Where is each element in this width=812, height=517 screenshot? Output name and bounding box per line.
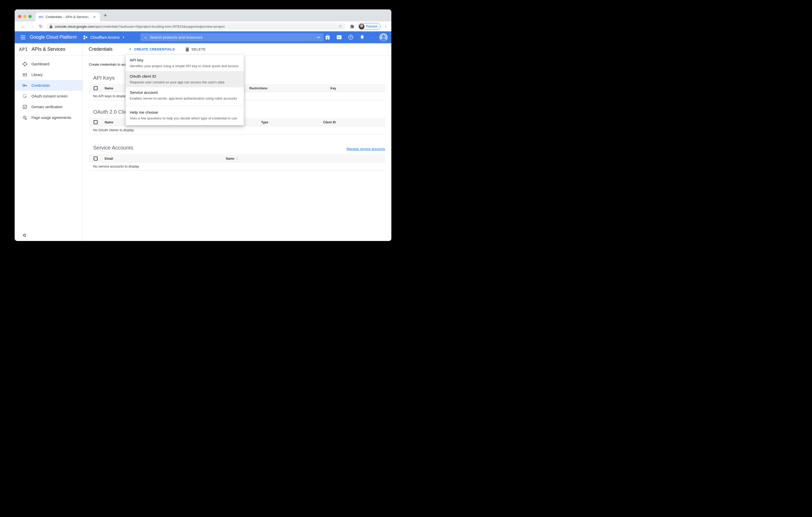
gcp-header-actions: ? <box>325 31 388 43</box>
browser-navbar: ← → ↻ console.cloud.google.com/apis/cred… <box>14 22 392 31</box>
tab-favicon-api-icon: API <box>39 16 44 19</box>
sidebar-item-oauth-consent-screen[interactable]: OAuth consent screen <box>14 91 82 101</box>
sidebar-item-dashboard[interactable]: Dashboard <box>14 59 82 69</box>
project-hexagons-icon <box>83 35 88 40</box>
sidebar-item-label: Domain verification <box>31 105 62 109</box>
menu-item-oauth-client-id[interactable]: OAuth client ID Requests user consent so… <box>125 71 244 87</box>
notifications-bell-icon[interactable] <box>360 35 365 40</box>
menu-item-help-me-choose[interactable]: Help me choose Asks a few questions to h… <box>125 105 244 125</box>
browser-menu-icon[interactable]: ⋮ <box>384 24 388 29</box>
url-text: console.cloud.google.com/apis/credential… <box>55 25 337 29</box>
column-header-name[interactable]: Name <box>105 118 113 126</box>
bookmark-star-icon[interactable]: ☆ <box>339 24 342 29</box>
select-all-checkbox[interactable] <box>94 86 97 90</box>
sidebar-item-label: Page usage agreements <box>31 116 71 120</box>
window-minimize-button[interactable] <box>23 15 26 18</box>
oauth-clients-empty-state: No OAuth clients to display <box>89 126 385 134</box>
sidebar-item-label: Dashboard <box>31 62 50 66</box>
column-header-name[interactable]: Name <box>105 84 113 92</box>
service-accounts-heading-row: Service Accounts Manage service accounts <box>89 145 385 151</box>
delete-label: DELETE <box>192 47 206 51</box>
service-accounts-heading: Service Accounts <box>93 145 133 151</box>
column-header-key[interactable]: Key <box>330 84 336 92</box>
menu-item-description: Identifies your project using a simple A… <box>130 64 240 68</box>
more-vertical-icon[interactable] <box>371 35 373 40</box>
gift-icon[interactable] <box>325 35 330 40</box>
extensions-puzzle-icon[interactable] <box>350 24 354 29</box>
sidebar: Dashboard Library Credentials <box>14 56 83 241</box>
column-header-name[interactable]: Name↑ <box>226 155 238 162</box>
service-title-block: API APIs & Services <box>14 43 83 55</box>
back-icon[interactable]: ← <box>21 24 25 29</box>
url-domain: console.cloud.google.com <box>55 25 94 29</box>
library-icon <box>23 72 27 77</box>
create-credentials-button[interactable]: + CREATE CREDENTIALS <box>129 47 175 52</box>
column-header-email[interactable]: Email <box>105 155 113 162</box>
sidebar-item-domain-verification[interactable]: Domain verification <box>14 101 82 112</box>
menu-item-description: Asks a few questions to help you decide … <box>130 116 240 120</box>
tab-close-icon[interactable]: ✕ <box>93 15 96 19</box>
hamburger-menu-icon[interactable] <box>21 34 25 40</box>
create-credentials-label: CREATE CREDENTIALS <box>134 47 175 51</box>
window-zoom-button[interactable] <box>29 15 32 18</box>
lock-icon <box>50 25 52 28</box>
sidebar-item-label: Credentials <box>31 83 50 88</box>
menu-item-title: API key <box>130 58 240 62</box>
browser-tab[interactable]: API Credentials – APIs & Services – ✕ <box>36 12 100 22</box>
help-icon[interactable]: ? <box>348 35 353 40</box>
trash-icon <box>185 47 189 52</box>
sidebar-item-credentials[interactable]: Credentials <box>14 80 82 91</box>
browser-profile-pill[interactable]: Paused <box>358 23 381 30</box>
service-accounts-table: Email Name↑ No service accounts to displ… <box>89 154 385 171</box>
menu-item-description: Enables server-to-server, app-level auth… <box>130 96 240 100</box>
tab-strip: API Credentials – APIs & Services – ✕ + <box>14 9 392 22</box>
column-header-type[interactable]: Type <box>261 118 268 126</box>
column-header-client-id[interactable]: Client ID <box>323 118 336 126</box>
product-name[interactable]: Google Cloud Platform <box>30 34 77 40</box>
key-icon <box>23 83 27 88</box>
create-credentials-menu: API key Identifies your project using a … <box>125 55 244 125</box>
menu-item-description: Requests user consent so your app can ac… <box>130 80 240 84</box>
page-title: Credentials <box>89 47 113 52</box>
new-tab-button[interactable]: + <box>104 12 107 19</box>
delete-button[interactable]: DELETE <box>185 47 206 52</box>
url-path: /apis/credentials?authuser=0&project=bus… <box>94 25 225 29</box>
menu-item-api-key[interactable]: API key Identifies your project using a … <box>125 55 244 71</box>
project-name: Cloudflare Access <box>90 35 120 39</box>
menu-item-title: OAuth client ID <box>130 74 240 79</box>
menu-item-service-account[interactable]: Service account Enables server-to-server… <box>125 87 244 103</box>
project-caret-icon: ▼ <box>122 36 124 39</box>
window-close-button[interactable] <box>18 15 21 18</box>
gcp-search-bar[interactable]: ⌕ ❯ <box>141 33 324 41</box>
tab-title: Credentials – APIs & Services – <box>46 15 92 19</box>
sidebar-item-label: OAuth consent screen <box>31 94 68 98</box>
sort-ascending-icon: ↑ <box>236 157 238 160</box>
select-all-checkbox[interactable] <box>94 120 97 124</box>
service-accounts-empty-state: No service accounts to display <box>89 162 385 171</box>
dashboard-icon <box>23 62 27 66</box>
select-all-checkbox[interactable] <box>94 157 97 160</box>
app-bar: API APIs & Services Credentials + CREATE… <box>14 43 392 56</box>
column-header-restrictions[interactable]: Restrictions <box>249 84 267 92</box>
gcp-header: Google Cloud Platform Cloudflare Access … <box>14 31 392 43</box>
domain-verification-icon <box>23 104 27 109</box>
page-usage-agreements-icon <box>23 115 27 120</box>
account-avatar[interactable] <box>379 33 388 41</box>
sidebar-item-page-usage-agreements[interactable]: Page usage agreements <box>14 112 82 123</box>
sidebar-item-library[interactable]: Library <box>14 69 82 80</box>
search-chevron-down-icon[interactable]: ❯ <box>317 36 320 38</box>
collapse-sidebar-icon[interactable] <box>22 233 27 238</box>
name-label: Name <box>226 157 234 160</box>
manage-service-accounts-link[interactable]: Manage service accounts <box>347 147 385 151</box>
project-selector[interactable]: Cloudflare Access ▼ <box>83 35 124 40</box>
reload-icon[interactable]: ↻ <box>39 24 42 29</box>
browser-window: API Credentials – APIs & Services – ✕ + … <box>14 9 392 241</box>
search-input[interactable] <box>150 35 317 39</box>
sync-paused-label: Paused <box>366 25 377 28</box>
search-icon: ⌕ <box>144 35 146 40</box>
forward-icon[interactable]: → <box>30 24 34 29</box>
plus-icon: + <box>129 46 132 52</box>
cloud-shell-icon[interactable] <box>337 35 342 40</box>
address-bar[interactable]: console.cloud.google.com/apis/credential… <box>47 23 345 30</box>
menu-item-title: Service account <box>130 90 240 95</box>
